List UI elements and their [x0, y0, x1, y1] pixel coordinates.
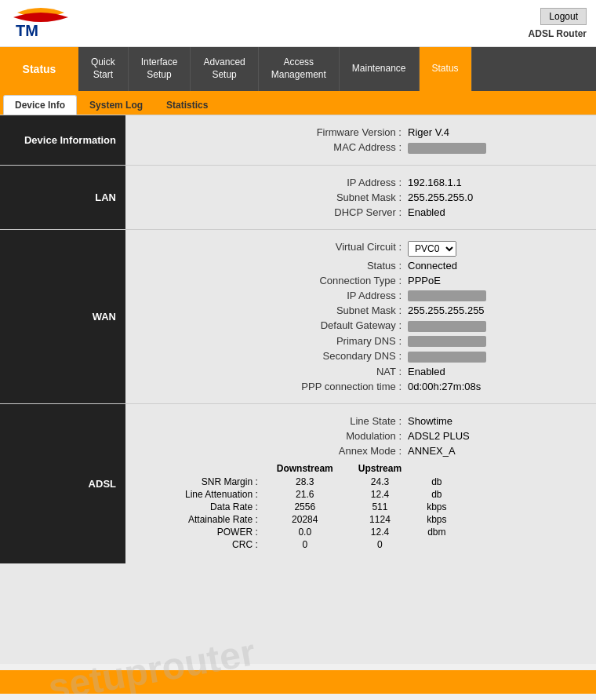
header-right: Logout ADSL Router — [529, 8, 587, 39]
lan-ip-row: IP Address : 192.168.1.1 — [125, 177, 596, 188]
wan-dns1-blurred — [408, 336, 486, 347]
vc-select[interactable]: PVC0 PVC1 PVC2 PVC3 — [408, 241, 456, 257]
adsl-crc-upstream: 0 — [346, 538, 414, 551]
wan-subnet-value: 255.255.255.255 — [408, 304, 565, 316]
conn-type-row: Connection Type : PPPoE — [125, 275, 596, 286]
lan-section: LAN IP Address : 192.168.1.1 Subnet Mask… — [0, 165, 596, 229]
sub-tab-device-info[interactable]: Device Info — [3, 95, 77, 115]
adsl-datarate-unit: kbps — [414, 501, 459, 513]
lan-content: IP Address : 192.168.1.1 Subnet Mask : 2… — [125, 166, 596, 229]
ppp-time-label: PPP connection time : — [267, 381, 408, 392]
device-info-section: Device Information Firmware Version : Ri… — [0, 115, 596, 165]
wan-dns2-row: Secondary DNS : — [125, 350, 596, 363]
nav-item-advanced-setup[interactable]: AdvancedSetup — [191, 47, 258, 91]
wan-ip-label: IP Address : — [267, 290, 408, 302]
footer-bar — [0, 670, 596, 694]
adsl-modulation-value: ADSL2 PLUS — [408, 430, 565, 442]
adsl-attn-label: Line Attenuation : — [173, 488, 264, 501]
wan-gw-value — [408, 319, 565, 332]
adsl-datarate-downstream: 2556 — [264, 501, 346, 513]
sub-tab-statistics[interactable]: Statistics — [155, 96, 219, 115]
wan-subnet-row: Subnet Mask : 255.255.255.255 — [125, 304, 596, 316]
adsl-linestate-value: Showtime — [408, 415, 565, 427]
adsl-table-col-upstream: Upstream — [346, 461, 414, 476]
nav-items: QuickStart InterfaceSetup AdvancedSetup … — [78, 47, 596, 91]
lan-subnet-row: Subnet Mask : 255.255.255.0 — [125, 191, 596, 203]
adsl-table-col-label — [173, 461, 264, 476]
wan-gw-blurred — [408, 321, 486, 332]
adsl-power-label: POWER : — [173, 526, 264, 538]
adsl-datarate-upstream: 511 — [346, 501, 414, 513]
sub-tab-system-log[interactable]: System Log — [78, 96, 154, 115]
adsl-crc-unit — [414, 538, 459, 551]
wan-dns1-row: Primary DNS : — [125, 335, 596, 348]
wan-dns2-blurred — [408, 352, 486, 363]
adsl-attrate-label: Attainable Rate : — [173, 513, 264, 526]
adsl-attn-row: Line Attenuation : 21.6 12.4 db — [173, 488, 460, 501]
nav-item-interface-setup[interactable]: InterfaceSetup — [129, 47, 191, 91]
wan-nat-row: NAT : Enabled — [125, 366, 596, 377]
vc-label: Virtual Circuit : — [267, 241, 408, 257]
ppp-time-row: PPP connection time : 0d:00h:27m:08s — [125, 381, 596, 392]
lan-subnet-label: Subnet Mask : — [267, 191, 408, 203]
sub-tabs: Device Info System Log Statistics — [0, 91, 596, 115]
adsl-power-downstream: 0.0 — [264, 526, 346, 538]
adsl-table-col-downstream: Downstream — [264, 461, 346, 476]
firmware-value: Riger V.4 — [408, 126, 565, 138]
adsl-content: Line State : Showtime Modulation : ADSL2… — [125, 404, 596, 563]
lan-dhcp-label: DHCP Server : — [267, 206, 408, 218]
firmware-row: Firmware Version : Riger V.4 — [125, 126, 596, 138]
adsl-crc-label: CRC : — [173, 538, 264, 551]
adsl-snr-label: SNR Margin : — [173, 476, 264, 488]
wan-status-value: Connected — [408, 260, 565, 272]
adsl-modulation-row: Modulation : ADSL2 PLUS — [125, 430, 596, 442]
nav-item-access-management[interactable]: AccessManagement — [259, 47, 340, 91]
adsl-datarate-row: Data Rate : 2556 511 kbps — [173, 501, 460, 513]
adsl-attn-upstream: 12.4 — [346, 488, 414, 501]
nav-item-quick-start[interactable]: QuickStart — [78, 47, 129, 91]
device-info-label: Device Information — [0, 115, 125, 165]
firmware-label: Firmware Version : — [267, 126, 408, 138]
mac-value — [408, 141, 565, 154]
ppp-time-value: 0d:00h:27m:08s — [408, 381, 565, 392]
adsl-snr-downstream: 28.3 — [264, 476, 346, 488]
conn-type-value: PPPoE — [408, 275, 565, 286]
adsl-attrate-downstream: 20284 — [264, 513, 346, 526]
mac-row: MAC Address : — [125, 141, 596, 154]
wan-status-label: Status : — [267, 260, 408, 272]
adsl-attrate-row: Attainable Rate : 20284 1124 kbps — [173, 513, 460, 526]
nav-status-label[interactable]: Status — [0, 47, 78, 91]
wan-ip-row: IP Address : — [125, 290, 596, 302]
wan-dns2-label: Secondary DNS : — [267, 350, 408, 363]
adsl-linestate-label: Line State : — [267, 415, 408, 427]
adsl-table-col-unit — [414, 461, 459, 476]
wan-dns1-label: Primary DNS : — [267, 335, 408, 348]
adsl-modulation-label: Modulation : — [267, 430, 408, 442]
wan-status-row: Status : Connected — [125, 260, 596, 272]
router-label: ADSL Router — [529, 28, 587, 39]
nav-item-status[interactable]: Status — [420, 47, 472, 91]
wan-nat-value: Enabled — [408, 366, 565, 377]
lan-subnet-value: 255.255.255.0 — [408, 191, 565, 203]
adsl-attrate-unit: kbps — [414, 513, 459, 526]
mac-label: MAC Address : — [267, 141, 408, 154]
lan-label: LAN — [0, 166, 125, 229]
adsl-annex-row: Annex Mode : ANNEX_A — [125, 445, 596, 457]
adsl-power-row: POWER : 0.0 12.4 dbm — [173, 526, 460, 538]
wan-ip-value — [408, 290, 565, 302]
adsl-snr-row: SNR Margin : 28.3 24.3 db — [173, 476, 460, 488]
mac-blurred — [408, 143, 486, 154]
adsl-linestate-row: Line State : Showtime — [125, 415, 596, 427]
adsl-table: Downstream Upstream SNR Margin : 28.3 24… — [173, 461, 580, 551]
wan-ip-blurred — [408, 290, 486, 301]
lan-ip-label: IP Address : — [267, 177, 408, 188]
logout-button[interactable]: Logout — [540, 8, 587, 25]
vc-value: PVC0 PVC1 PVC2 PVC3 — [408, 241, 565, 257]
wan-label: WAN — [0, 230, 125, 403]
wan-dns2-value — [408, 350, 565, 363]
nav-item-maintenance[interactable]: Maintenance — [340, 47, 420, 91]
adsl-annex-label: Annex Mode : — [267, 445, 408, 457]
adsl-datarate-label: Data Rate : — [173, 501, 264, 513]
logo-area: TM — [9, 6, 72, 41]
lan-ip-value: 192.168.1.1 — [408, 177, 565, 188]
